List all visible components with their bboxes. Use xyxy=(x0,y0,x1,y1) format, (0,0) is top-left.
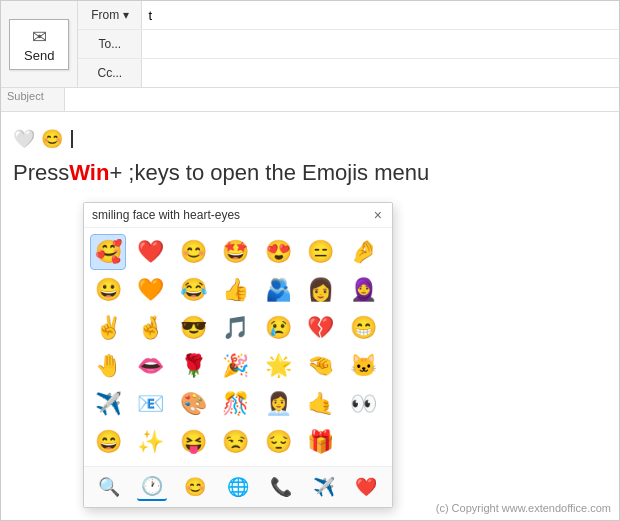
emoji-cell[interactable]: 🎉 xyxy=(218,348,254,384)
fields-area: From ▾ To... Cc... xyxy=(78,1,619,87)
emoji-picker-close-button[interactable]: × xyxy=(372,207,384,223)
emoji-cell[interactable]: 🐱 xyxy=(345,348,381,384)
emoji-cell[interactable]: ✈️ xyxy=(90,386,126,422)
emoji-cell[interactable]: 🎊 xyxy=(218,386,254,422)
emoji-cell[interactable]: 🧕 xyxy=(345,272,381,308)
emoji-cell[interactable]: 😄 xyxy=(90,424,126,460)
body-toolbar: 🤍 😊 xyxy=(13,128,607,150)
cc-row: Cc... xyxy=(78,59,619,87)
emoji-cell[interactable]: 🎨 xyxy=(175,386,211,422)
footer-icon[interactable]: 🔍 xyxy=(94,474,124,500)
emoji-cell[interactable]: 😂 xyxy=(175,272,211,308)
emoji-cell[interactable]: 😀 xyxy=(90,272,126,308)
emoji-cell[interactable]: 😎 xyxy=(175,310,211,346)
emoji-cell[interactable]: 🤌 xyxy=(345,234,381,270)
footer-icon[interactable]: ✈️ xyxy=(309,474,339,500)
emoji-cell[interactable]: 🤞 xyxy=(133,310,169,346)
from-button[interactable]: From ▾ xyxy=(78,1,142,29)
emoji-picker-footer: 🔍🕐😊🌐📞✈️❤️ xyxy=(84,466,392,507)
footer-icon[interactable]: 😊 xyxy=(180,474,210,500)
cc-input[interactable] xyxy=(142,66,619,81)
emoji-cell[interactable]: 👩‍💼 xyxy=(260,386,296,422)
emoji-icon[interactable]: 😊 xyxy=(41,128,63,150)
emoji-cell[interactable]: 🎵 xyxy=(218,310,254,346)
heart-icon[interactable]: 🤍 xyxy=(13,128,35,150)
send-area: ✉ Send xyxy=(1,1,78,87)
emoji-cell[interactable]: 🤚 xyxy=(90,348,126,384)
instruction-prefix: Press xyxy=(13,160,69,186)
win-key: Win xyxy=(69,160,109,186)
emoji-cell[interactable]: 🌟 xyxy=(260,348,296,384)
instruction-suffix: keys to open the Emojis menu xyxy=(134,160,429,186)
emoji-cell[interactable]: 😊 xyxy=(175,234,211,270)
email-body[interactable]: 🤍 😊 Press Win + ; keys to open the Emoji… xyxy=(1,112,619,520)
cc-button[interactable]: Cc... xyxy=(78,59,142,87)
emoji-cell[interactable]: 😒 xyxy=(218,424,254,460)
emoji-cell[interactable]: 🥰 xyxy=(90,234,126,270)
send-button[interactable]: ✉ Send xyxy=(9,19,69,70)
emoji-cell[interactable]: 👄 xyxy=(133,348,169,384)
emoji-cell[interactable]: 😔 xyxy=(260,424,296,460)
subject-input[interactable] xyxy=(65,88,619,111)
emoji-cell[interactable]: 🤙 xyxy=(303,386,339,422)
emoji-cell[interactable]: 🤏 xyxy=(303,348,339,384)
emoji-cell[interactable]: 👀 xyxy=(345,386,381,422)
text-cursor xyxy=(71,130,73,148)
email-header: ✉ Send From ▾ To... Cc... xyxy=(1,1,619,88)
instruction-plus: + ; xyxy=(109,160,134,186)
emoji-cell[interactable]: ✨ xyxy=(133,424,169,460)
to-button[interactable]: To... xyxy=(78,30,142,58)
emoji-cell[interactable]: 📧 xyxy=(133,386,169,422)
to-row: To... xyxy=(78,30,619,59)
emoji-cell[interactable]: 😍 xyxy=(260,234,296,270)
emoji-picker-header: smiling face with heart-eyes × xyxy=(84,203,392,228)
from-input[interactable] xyxy=(142,8,619,23)
send-label: Send xyxy=(24,48,54,63)
emoji-cell[interactable]: 😝 xyxy=(175,424,211,460)
emoji-cell[interactable]: ✌️ xyxy=(90,310,126,346)
send-icon: ✉ xyxy=(32,26,47,48)
to-input[interactable] xyxy=(142,37,619,52)
footer-icon[interactable]: 📞 xyxy=(266,474,296,500)
emoji-tooltip: smiling face with heart-eyes xyxy=(92,208,240,222)
emoji-cell[interactable]: 🫂 xyxy=(260,272,296,308)
emoji-cell[interactable]: 🧡 xyxy=(133,272,169,308)
footer-icon[interactable]: 🌐 xyxy=(223,474,253,500)
emoji-cell[interactable]: 🎁 xyxy=(303,424,339,460)
emoji-cell[interactable]: 🌹 xyxy=(175,348,211,384)
email-window: ✉ Send From ▾ To... Cc... xyxy=(0,0,620,521)
instruction-text: Press Win + ; keys to open the Emojis me… xyxy=(13,160,607,186)
emoji-cell[interactable]: 😁 xyxy=(345,310,381,346)
footer-icon[interactable]: ❤️ xyxy=(351,474,381,500)
emoji-picker: smiling face with heart-eyes × 🥰❤️😊🤩😍😑🤌😀… xyxy=(83,202,393,508)
subject-label: Subject xyxy=(1,88,65,111)
emoji-cell[interactable]: 😢 xyxy=(260,310,296,346)
footer-icon[interactable]: 🕐 xyxy=(137,473,167,501)
emoji-cell[interactable]: 👍 xyxy=(218,272,254,308)
copyright: (c) Copyright www.extendoffice.com xyxy=(436,502,611,514)
subject-section: Subject xyxy=(1,88,619,112)
emoji-cell[interactable]: ❤️ xyxy=(133,234,169,270)
emoji-cell[interactable]: 👩 xyxy=(303,272,339,308)
from-row: From ▾ xyxy=(78,1,619,30)
emoji-grid: 🥰❤️😊🤩😍😑🤌😀🧡😂👍🫂👩🧕✌️🤞😎🎵😢💔😁🤚👄🌹🎉🌟🤏🐱✈️📧🎨🎊👩‍💼🤙👀… xyxy=(84,228,392,466)
emoji-cell[interactable]: 💔 xyxy=(303,310,339,346)
emoji-cell[interactable]: 🤩 xyxy=(218,234,254,270)
emoji-cell[interactable]: 😑 xyxy=(303,234,339,270)
